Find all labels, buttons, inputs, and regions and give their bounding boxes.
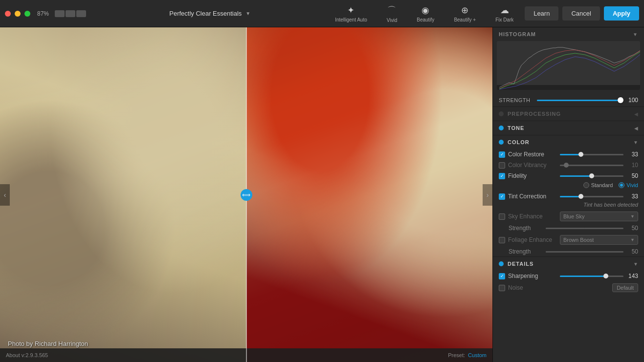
sky-enhance-dropdown[interactable]: Blue Sky ▼ bbox=[560, 212, 638, 221]
cancel-button[interactable]: Cancel bbox=[562, 6, 600, 21]
tone-label: TONE bbox=[508, 125, 630, 131]
noise-default-btn[interactable]: Default bbox=[612, 283, 638, 292]
fidelity-thumb[interactable] bbox=[589, 173, 594, 178]
minimize-button[interactable] bbox=[15, 11, 21, 17]
fix-dark-icon: ☁ bbox=[500, 5, 509, 16]
foliage-enhance-checkbox[interactable] bbox=[499, 237, 505, 243]
title-dropdown-arrow[interactable]: ▼ bbox=[245, 11, 250, 16]
fidelity-radio-row: Standard Vivid bbox=[493, 181, 644, 191]
color-vibrancy-label: Color Vibrancy bbox=[508, 162, 557, 169]
foliage-enhance-dropdown[interactable]: Brown Boost ▼ bbox=[560, 235, 638, 245]
tool-fix-dark[interactable]: ☁ Fix Dark bbox=[490, 3, 518, 24]
color-vibrancy-slider[interactable] bbox=[560, 165, 623, 166]
sharpening-row: Sharpening 143 bbox=[493, 271, 644, 281]
right-panel: HISTOGRAM ▼ STRENGTH bbox=[492, 27, 644, 362]
tint-correction-checkbox[interactable] bbox=[499, 193, 505, 200]
tool-vivid[interactable]: ⌒ Vivid bbox=[382, 2, 402, 25]
sharpening-slider[interactable] bbox=[560, 276, 623, 277]
foliage-enhance-label: Foliage Enhance bbox=[508, 236, 557, 243]
noise-row: Noise Default bbox=[493, 281, 644, 294]
strength-thumb[interactable] bbox=[618, 97, 623, 103]
color-chevron: ▼ bbox=[633, 140, 638, 145]
top-bar: 87% Perfectly Clear Essentials ▼ ✦ Intel… bbox=[0, 0, 644, 27]
right-nav-arrow[interactable]: › bbox=[483, 184, 492, 206]
split-handle[interactable]: ⟺ bbox=[241, 189, 252, 201]
foliage-strength-fill bbox=[546, 251, 585, 253]
tool-beautify-plus[interactable]: ⊕ Beautify + bbox=[449, 3, 481, 24]
app-title: Perfectly Clear Essentials bbox=[169, 10, 242, 17]
sharpening-checkbox[interactable] bbox=[499, 273, 505, 279]
view-btn-3[interactable] bbox=[76, 10, 86, 17]
vivid-label: Vivid bbox=[387, 18, 398, 23]
fix-dark-label: Fix Dark bbox=[495, 17, 513, 22]
noise-label: Noise bbox=[508, 284, 557, 291]
preset-value: Custom bbox=[468, 352, 487, 358]
noise-checkbox[interactable] bbox=[499, 285, 505, 291]
maximize-button[interactable] bbox=[24, 11, 30, 17]
strength-slider[interactable] bbox=[537, 100, 621, 101]
color-vibrancy-row: Color Vibrancy 10 bbox=[493, 160, 644, 170]
view-buttons bbox=[55, 10, 86, 17]
foliage-strength-slider[interactable] bbox=[546, 251, 623, 253]
window-controls: 87% bbox=[5, 10, 103, 17]
color-restore-checkbox[interactable] bbox=[499, 151, 505, 158]
app-title-area: Perfectly Clear Essentials ▼ bbox=[103, 10, 317, 17]
sky-strength-fill bbox=[546, 228, 585, 229]
details-section-header[interactable]: DETAILS ▼ bbox=[493, 257, 644, 271]
foliage-strength-label: Strength bbox=[509, 248, 543, 255]
learn-button[interactable]: Learn bbox=[525, 6, 558, 21]
details-dot bbox=[499, 261, 504, 266]
fidelity-checkbox[interactable] bbox=[499, 173, 505, 179]
sky-strength-slider[interactable] bbox=[546, 228, 623, 229]
preprocessing-row: PREPROCESSING ◀ bbox=[493, 107, 644, 121]
color-vibrancy-value: 10 bbox=[626, 162, 638, 169]
tone-dot bbox=[499, 126, 504, 130]
color-restore-value: 33 bbox=[626, 151, 638, 158]
color-restore-fill bbox=[560, 154, 581, 155]
sharpening-thumb[interactable] bbox=[603, 274, 608, 278]
photo-after bbox=[246, 27, 493, 362]
beautify-icon: ◉ bbox=[422, 5, 429, 16]
apply-button[interactable]: Apply bbox=[604, 6, 639, 21]
radio-standard[interactable]: Standard bbox=[583, 182, 613, 188]
image-area: ⟺ ‹ › Photo by Richard Harrington About … bbox=[0, 27, 492, 362]
sky-strength-row: Strength 50 bbox=[493, 223, 644, 233]
close-button[interactable] bbox=[5, 11, 11, 17]
toolbar-tools: ✦ Intelligent Auto ⌒ Vivid ◉ Beautify ⊕ … bbox=[317, 2, 532, 25]
color-section-header[interactable]: COLOR ▼ bbox=[493, 135, 644, 149]
intelligent-auto-label: Intelligent Auto bbox=[335, 17, 367, 22]
histogram-header[interactable]: HISTOGRAM ▼ bbox=[493, 27, 644, 41]
sky-enhance-checkbox[interactable] bbox=[499, 213, 505, 220]
color-vibrancy-thumb[interactable] bbox=[564, 163, 569, 168]
radio-vivid-label: Vivid bbox=[626, 182, 638, 188]
tool-beautify[interactable]: ◉ Beautify bbox=[412, 3, 439, 24]
strength-value: 100 bbox=[624, 97, 638, 104]
left-nav-arrow[interactable]: ‹ bbox=[0, 184, 10, 206]
tone-section-header[interactable]: TONE ◀ bbox=[493, 121, 644, 135]
foliage-strength-value: 50 bbox=[626, 248, 638, 255]
preprocessing-dot bbox=[499, 111, 504, 116]
histogram-svg bbox=[497, 41, 640, 90]
sky-enhance-label: Sky Enhance bbox=[508, 213, 557, 220]
view-btn-2[interactable] bbox=[66, 10, 75, 17]
tint-correction-thumb[interactable] bbox=[578, 194, 583, 199]
preprocessing-label: PREPROCESSING bbox=[508, 111, 630, 117]
radio-vivid[interactable]: Vivid bbox=[619, 182, 638, 188]
strength-fill bbox=[537, 100, 621, 101]
strength-row: STRENGTH 100 bbox=[493, 94, 644, 106]
foliage-strength-row: Strength 50 bbox=[493, 247, 644, 256]
zoom-level: 87% bbox=[37, 10, 49, 17]
view-btn-1[interactable] bbox=[55, 10, 65, 17]
vivid-icon: ⌒ bbox=[387, 4, 396, 16]
color-restore-slider[interactable] bbox=[560, 154, 623, 155]
color-restore-thumb[interactable] bbox=[578, 152, 583, 157]
color-vibrancy-checkbox[interactable] bbox=[499, 162, 505, 169]
tool-intelligent-auto[interactable]: ✦ Intelligent Auto bbox=[330, 3, 372, 24]
sharpening-label: Sharpening bbox=[508, 273, 557, 279]
tint-correction-value: 33 bbox=[626, 193, 638, 200]
tint-correction-slider[interactable] bbox=[560, 196, 623, 197]
preprocessing-chevron: ◀ bbox=[634, 111, 638, 117]
radio-standard-circle bbox=[583, 182, 589, 188]
beautify-plus-label: Beautify + bbox=[454, 17, 476, 22]
fidelity-slider[interactable] bbox=[560, 175, 623, 177]
